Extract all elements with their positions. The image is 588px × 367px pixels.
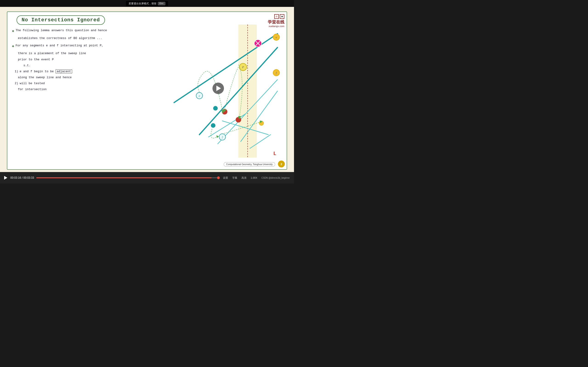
bullet-2-line3: prior to the event P <box>18 57 176 62</box>
slide-title: No Intersections Ignored <box>17 15 105 25</box>
logo-text: 学堂在线 <box>268 19 284 25</box>
top-notification-bar: 若要退出全屏模式，请按 Esc <box>0 0 294 7</box>
bullet-1-continuation: establishes the correctness of BO algori… <box>18 36 176 41</box>
adjacent-box: adjacent <box>56 69 72 73</box>
footer-label: Computational Geometry, Tsinghua Univers… <box>224 162 275 167</box>
num-2-line2: for intersection <box>18 87 176 92</box>
ctrl-play-icon <box>4 176 7 180</box>
esc-key-badge: Esc <box>158 2 165 5</box>
notification-text: 若要退出全屏模式，请按 <box>129 2 156 5</box>
svg-point-21 <box>236 117 241 123</box>
captions-button[interactable]: 字幕 <box>231 176 238 180</box>
svg-point-23 <box>211 123 216 128</box>
time-display: 00:03:16 / 00:03:33 <box>10 176 34 179</box>
svg-text:e: e <box>199 94 200 98</box>
progress-dot <box>217 176 220 179</box>
num-2-text: will be tested <box>20 81 45 86</box>
page-number-badge: 2 <box>278 161 285 167</box>
bullet-2: ❖ For any segments e and f intersecting … <box>12 43 176 50</box>
logo-icons: 回 🎓 <box>268 14 284 19</box>
esc-notification: 若要退出全屏模式，请按 Esc <box>126 1 168 6</box>
num-1-line2: along the sweep line and hence <box>18 75 176 80</box>
settings-button[interactable]: 设置 <box>222 176 229 180</box>
current-time: 00:03:16 <box>10 176 21 179</box>
slide-board: No Intersections Ignored 回 🎓 学堂在线 xuetan… <box>7 11 287 170</box>
l-label: L <box>273 151 276 157</box>
quality-button[interactable]: 高清 <box>241 176 247 180</box>
ctrl-right-controls: 设置 字幕 高清 1.00X CSDN @directx3d_beginne <box>222 176 291 180</box>
svg-line-2 <box>174 34 277 102</box>
numbered-1: 1) e and f begin to be adjacent <box>15 69 176 74</box>
diamond-icon-1: ❖ <box>12 28 14 34</box>
bullet-1: ❖ The following lemma answers this quest… <box>12 28 176 34</box>
diagram-area: e f P e f <box>172 25 282 158</box>
svg-point-22 <box>213 106 218 110</box>
slide-text-area: ❖ The following lemma answers this quest… <box>12 28 176 93</box>
num-1: 1) <box>15 69 18 74</box>
logo-icon-1: 回 <box>274 14 279 19</box>
bullet-1-text: The following lemma answers this questio… <box>16 28 107 33</box>
bullet-2-text: For any segments e and f intersecting at… <box>16 43 103 48</box>
progress-bar[interactable] <box>36 177 220 178</box>
control-bar: 00:03:16 / 00:03:33 设置 字幕 高清 1.00X CSDN … <box>0 172 294 184</box>
play-button[interactable] <box>212 83 224 94</box>
num-1-text: e and f begin to be adjacent <box>20 69 72 74</box>
bullet-2-line2: there is a placement of the sweep line <box>18 51 176 56</box>
ctrl-play-button[interactable] <box>3 175 8 180</box>
slide-container: No Intersections Ignored 回 🎓 学堂在线 xuetan… <box>0 7 294 172</box>
total-time: 00:03:33 <box>23 176 34 179</box>
svg-marker-30 <box>216 135 219 138</box>
numbered-2: 2) will be tested <box>15 81 176 86</box>
progress-fill <box>36 177 212 178</box>
bullet-2-st: s.t. <box>23 63 176 68</box>
svg-text:e: e <box>276 36 277 39</box>
speed-button[interactable]: 1.00X <box>250 176 258 180</box>
svg-text:P: P <box>242 65 244 69</box>
diamond-icon-2: ❖ <box>12 43 14 50</box>
time-separator: / <box>22 176 23 179</box>
logo-icon-2: 🎓 <box>280 14 284 19</box>
play-icon <box>216 85 221 91</box>
num-2: 2) <box>15 81 18 86</box>
user-label: CSDN @directx3d_beginne <box>260 176 291 180</box>
diagram-svg: e f P e f <box>172 25 282 158</box>
